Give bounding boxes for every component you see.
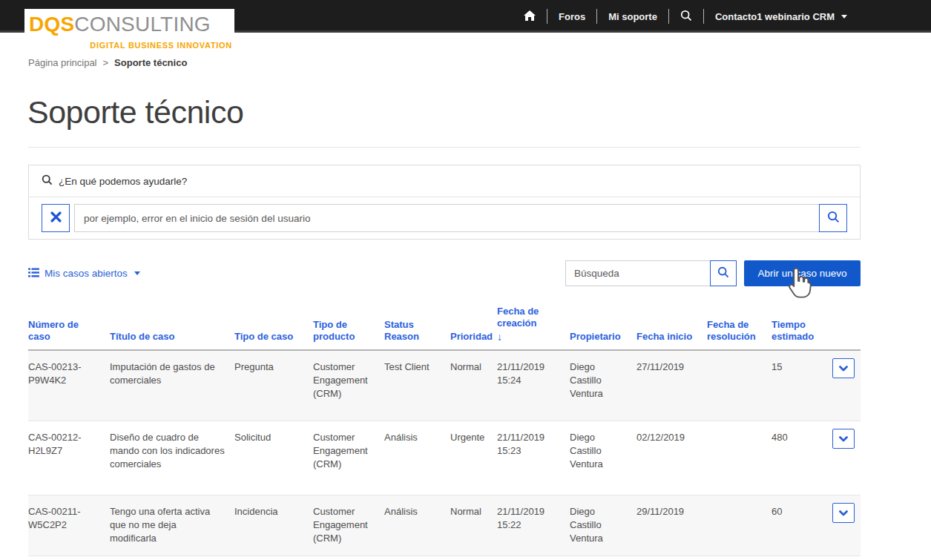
column-header-prioridad[interactable]: Prioridad bbox=[450, 306, 497, 350]
view-selector-dropdown[interactable]: Mis casos abiertos bbox=[28, 268, 140, 280]
row-actions-dropdown-button[interactable] bbox=[832, 429, 855, 449]
case-number-link[interactable]: CAS-00211-W5C2P2 bbox=[28, 495, 110, 556]
product-type-cell: Customer Engagement (CRM) bbox=[313, 350, 384, 421]
resolution-date-cell bbox=[707, 350, 772, 421]
search-icon bbox=[680, 10, 692, 24]
column-header-fecha-de-creacion[interactable]: Fecha de creación↓ bbox=[497, 306, 570, 350]
row-actions-dropdown-button[interactable] bbox=[832, 503, 855, 523]
column-label: Tiempo estimado bbox=[772, 319, 814, 342]
start-date-cell: 02/12/2019 bbox=[636, 421, 707, 495]
breadcrumb-home-link[interactable]: Página principal bbox=[28, 57, 97, 68]
chevron-down-icon bbox=[134, 271, 140, 275]
search-icon bbox=[42, 174, 53, 188]
estimated-time-cell: 480 bbox=[772, 421, 832, 495]
nav-separator bbox=[547, 9, 547, 24]
start-date-cell: 29/11/2019 bbox=[636, 495, 707, 556]
breadcrumb: Página principal > Soporte técnico bbox=[28, 57, 187, 68]
home-link[interactable] bbox=[513, 10, 547, 23]
column-label: Fecha de resolución bbox=[707, 319, 756, 342]
cases-toolbar: Mis casos abiertos Abrir un caso nuevo bbox=[28, 260, 861, 286]
resolution-date-cell bbox=[707, 495, 772, 556]
chevron-down-icon bbox=[839, 433, 848, 444]
nav-search-button[interactable] bbox=[669, 10, 703, 24]
case-row: CAS-00211-W5C2P2 Tengo una oferta activa… bbox=[28, 495, 861, 556]
row-actions-dropdown-button[interactable] bbox=[832, 358, 855, 378]
column-header-actions bbox=[832, 306, 861, 350]
owner-cell: Diego Castillo Ventura bbox=[570, 495, 636, 556]
column-header-fecha-inicio[interactable]: Fecha inicio bbox=[636, 306, 707, 350]
help-search-panel: ¿En qué podemos ayudarle? bbox=[28, 165, 861, 240]
created-on-cell: 21/11/2019 15:22 bbox=[497, 495, 570, 556]
breadcrumb-separator: > bbox=[103, 57, 109, 68]
column-header-tipo-de-producto[interactable]: Tipo de producto bbox=[313, 306, 384, 350]
nav-item-mi-soporte[interactable]: Mi soporte bbox=[597, 11, 668, 22]
created-on-cell: 21/11/2019 15:23 bbox=[497, 421, 570, 495]
column-header-status-reason[interactable]: Status Reason bbox=[384, 306, 450, 350]
help-panel-heading: ¿En qué podemos ayudarle? bbox=[59, 176, 187, 187]
close-icon bbox=[50, 211, 62, 225]
nav-item-foros[interactable]: Foros bbox=[547, 11, 596, 22]
column-label: Fecha inicio bbox=[636, 331, 692, 342]
help-search-submit-button[interactable] bbox=[819, 204, 847, 232]
nav-separator bbox=[703, 9, 704, 24]
list-icon bbox=[28, 268, 39, 280]
case-row: CAS-00213-P9W4K2 Imputación de gastos de… bbox=[28, 350, 861, 421]
product-type-cell: Customer Engagement (CRM) bbox=[313, 495, 384, 556]
case-search-button[interactable] bbox=[710, 260, 737, 286]
case-number-link[interactable]: CAS-00213-P9W4K2 bbox=[28, 350, 110, 421]
owner-cell: Diego Castillo Ventura bbox=[570, 421, 636, 495]
start-date-cell: 27/11/2019 bbox=[636, 350, 707, 421]
page-title: Soporte técnico bbox=[27, 94, 243, 131]
help-panel-header: ¿En qué podemos ayudarle? bbox=[29, 165, 860, 197]
sort-descending-icon: ↓ bbox=[497, 331, 561, 343]
column-header-propietario[interactable]: Propietario bbox=[570, 306, 636, 350]
help-search-input[interactable] bbox=[74, 204, 820, 232]
column-header-titulo-de-caso[interactable]: Título de caso bbox=[110, 306, 234, 350]
breadcrumb-current: Soporte técnico bbox=[114, 57, 187, 68]
priority-cell: Normal bbox=[450, 350, 497, 421]
column-label: Fecha de creación bbox=[497, 306, 539, 329]
column-label: Status Reason bbox=[384, 319, 419, 342]
home-icon bbox=[524, 10, 536, 23]
chevron-down-icon bbox=[841, 15, 847, 19]
case-type-cell: Pregunta bbox=[234, 350, 313, 421]
created-on-cell: 21/11/2019 15:24 bbox=[497, 350, 570, 421]
case-number-link[interactable]: CAS-00212-H2L9Z7 bbox=[28, 421, 110, 495]
column-header-tiempo-estimado[interactable]: Tiempo estimado bbox=[772, 306, 832, 350]
case-type-cell: Solicitud bbox=[234, 421, 313, 495]
estimated-time-cell: 15 bbox=[772, 350, 832, 421]
estimated-time-cell: 60 bbox=[772, 495, 832, 556]
search-icon bbox=[827, 211, 840, 225]
column-label: Propietario bbox=[570, 331, 621, 342]
priority-cell: Urgente bbox=[450, 421, 497, 495]
user-menu[interactable]: Contacto1 webinario CRM bbox=[704, 11, 858, 22]
column-header-numero-de-caso[interactable]: Número de caso bbox=[28, 306, 110, 350]
priority-cell: Normal bbox=[450, 495, 497, 556]
help-panel-body bbox=[29, 197, 860, 232]
status-reason-cell: Test Client bbox=[384, 350, 450, 421]
clear-search-button[interactable] bbox=[42, 204, 70, 232]
case-row: CAS-00212-H2L9Z7 Diseño de cuadro de man… bbox=[28, 421, 861, 495]
navbar-menu: Foros Mi soporte Contacto1 webinario CRM bbox=[513, 0, 931, 33]
column-header-fecha-de-resolucion[interactable]: Fecha de resolución bbox=[707, 306, 772, 350]
logo-text: DQSCONSULTING bbox=[29, 14, 211, 35]
open-new-case-button[interactable]: Abrir un caso nuevo bbox=[744, 260, 861, 286]
column-label: Tipo de producto bbox=[313, 319, 355, 342]
case-search-input[interactable] bbox=[565, 260, 711, 286]
case-title-cell: Tengo una oferta activa que no me deja m… bbox=[110, 495, 234, 556]
title-divider bbox=[28, 147, 861, 148]
column-header-tipo-de-caso[interactable]: Tipo de caso bbox=[234, 306, 313, 350]
resolution-date-cell bbox=[707, 421, 772, 495]
column-label: Prioridad bbox=[450, 331, 493, 342]
case-title-cell: Diseño de cuadro de mando con los indica… bbox=[110, 421, 234, 495]
owner-cell: Diego Castillo Ventura bbox=[570, 350, 636, 421]
column-label: Tipo de caso bbox=[234, 331, 293, 342]
table-header-row: Número de caso Título de caso Tipo de ca… bbox=[28, 306, 861, 350]
logo-dqs: DQS bbox=[29, 13, 74, 36]
cases-table: Número de caso Título de caso Tipo de ca… bbox=[28, 306, 861, 556]
company-logo[interactable]: DQSCONSULTING bbox=[24, 9, 234, 36]
view-selector-label: Mis casos abiertos bbox=[45, 268, 128, 279]
chevron-down-icon bbox=[839, 507, 848, 518]
status-reason-cell: Análisis bbox=[384, 495, 450, 556]
search-icon bbox=[717, 266, 729, 280]
